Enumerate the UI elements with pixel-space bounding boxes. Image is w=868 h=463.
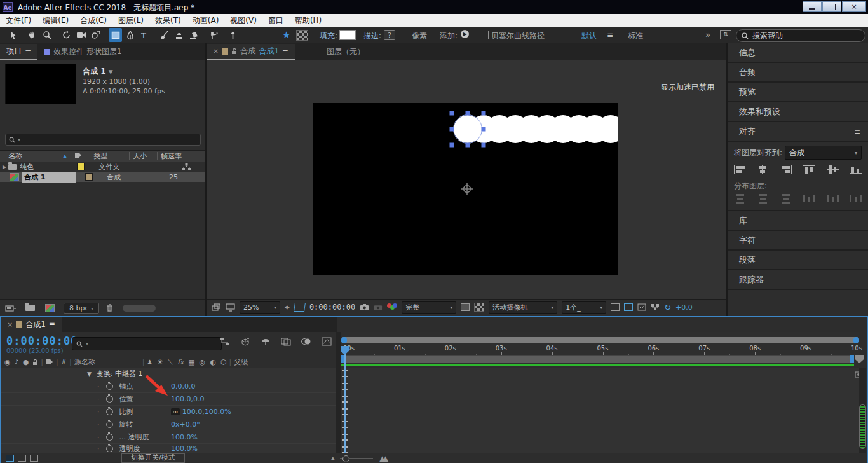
menu-文件(F)[interactable]: 文件(F) <box>0 15 37 27</box>
color-depth-button[interactable]: 8 bpc ▾ <box>64 303 99 314</box>
tab-effect-controls[interactable]: 效果控件 形状图层1 <box>37 44 128 60</box>
align-v-center-icon[interactable] <box>827 165 839 174</box>
timeline-vertical-scrollbar-thumb[interactable] <box>859 404 866 449</box>
item-name[interactable]: 合成 1 <box>22 172 76 183</box>
interpret-footage-icon[interactable] <box>5 304 17 312</box>
eraser-tool[interactable] <box>187 28 200 42</box>
resolution-dropdown[interactable]: 完整▾ <box>402 301 456 314</box>
menu-效果(T)[interactable]: 效果(T) <box>149 15 187 27</box>
align-left-icon[interactable] <box>734 165 746 174</box>
track-row[interactable] <box>341 444 859 453</box>
panel-header-段落[interactable]: 段落 <box>728 251 868 270</box>
exposure-value[interactable]: +0.0 <box>675 303 693 312</box>
selection-tool[interactable] <box>6 28 19 42</box>
panel-menu-icon[interactable]: ≡ <box>854 127 860 136</box>
link-icon[interactable]: ∞ <box>171 408 180 415</box>
stroke-value-box[interactable]: ? <box>384 30 395 40</box>
timeline-navigator-bar[interactable] <box>341 337 859 343</box>
type-tool[interactable]: T <box>138 28 151 42</box>
shy-icon[interactable] <box>261 337 271 346</box>
flowchart-icon[interactable] <box>651 303 660 311</box>
draft-3d-icon[interactable] <box>240 337 250 346</box>
tab-composition[interactable]: × 合成 合成1 ≡ <box>207 44 295 60</box>
tab-project[interactable]: 项目≡ <box>0 44 37 60</box>
align-right-icon[interactable] <box>780 165 792 174</box>
property-row-旋转[interactable]: ·旋转0x+0.0° <box>1 418 336 431</box>
menu-视图(V)[interactable]: 视图(V) <box>224 15 262 27</box>
track-row[interactable] <box>341 368 859 381</box>
bezier-checkbox[interactable] <box>480 31 489 39</box>
show-snapshot-icon[interactable] <box>374 303 383 311</box>
zoom-slider-knob[interactable] <box>342 455 349 462</box>
clone-stamp-tool[interactable] <box>172 28 186 42</box>
stopwatch-icon[interactable] <box>106 434 113 441</box>
panel-menu-icon[interactable]: ≡ <box>282 47 288 56</box>
menu-窗口[interactable]: 窗口 <box>262 15 289 27</box>
project-row-合成 1[interactable]: 合成 1合成25 <box>0 172 205 182</box>
rectangle-tool[interactable] <box>109 28 122 42</box>
align-top-icon[interactable] <box>803 165 815 174</box>
navigator-end-handle[interactable] <box>853 337 859 343</box>
property-value[interactable]: 0x+0.0° <box>171 420 200 429</box>
menu-编辑(E)[interactable]: 编辑(E) <box>37 15 74 27</box>
expand-layer-switches-icon[interactable] <box>6 455 14 462</box>
panel-menu-icon[interactable]: ≡ <box>25 47 31 56</box>
composition-canvas[interactable] <box>313 103 618 275</box>
frame-blend-icon[interactable] <box>281 337 291 346</box>
property-value[interactable]: 100.0% <box>171 445 198 453</box>
property-row-锚点[interactable]: ·锚点0.0,0.0 <box>1 380 336 393</box>
new-composition-icon[interactable] <box>45 304 55 312</box>
minimize-button[interactable] <box>803 1 822 12</box>
property-name[interactable]: 旋转 <box>119 420 133 429</box>
rotation-tool[interactable] <box>60 28 73 42</box>
safe-zones-icon[interactable]: ⌖ <box>285 302 290 313</box>
shy-switch-icon[interactable]: ♟ <box>147 359 153 366</box>
stopwatch-icon[interactable] <box>106 408 113 415</box>
fill-color-swatch[interactable] <box>339 30 356 40</box>
column-label-icon[interactable] <box>71 152 90 160</box>
shape-star-icon[interactable]: ★ <box>282 29 290 41</box>
panel-header-效果和预设[interactable]: 效果和预设 <box>728 102 868 122</box>
menu-帮助(H)[interactable]: 帮助(H) <box>289 15 327 27</box>
target-region-icon[interactable] <box>461 303 470 311</box>
restore-button[interactable] <box>822 1 841 12</box>
viewer-timecode[interactable]: 0:00:00:00 <box>309 303 355 312</box>
brush-tool[interactable] <box>158 28 171 42</box>
property-value[interactable]: 100.0% <box>171 433 198 441</box>
bezier-label[interactable]: 贝塞尔曲线路径 <box>491 31 545 41</box>
menu-动画(A)[interactable]: 动画(A) <box>187 15 225 27</box>
project-table-header[interactable]: 名称 ▲ 类型 大小 帧速率 <box>0 150 205 162</box>
property-row-比例[interactable]: ·比例∞ 100.0,100.0% <box>1 406 336 418</box>
adjustment-switch-icon[interactable]: ◐ <box>210 358 216 366</box>
workspace-default-tab[interactable]: 默认 <box>581 31 597 41</box>
zoom-out-mountain-icon[interactable]: ▲ <box>331 455 335 461</box>
property-row-透明度[interactable]: ·... 透明度100.0% <box>1 431 336 444</box>
track-row[interactable] <box>341 418 859 432</box>
roto-brush-tool[interactable] <box>207 28 220 42</box>
add-circle-icon[interactable]: ▶ <box>461 30 469 38</box>
motion-blur-switch-icon[interactable]: ◎ <box>200 358 206 366</box>
timeline-search-field[interactable]: ▾ <box>72 337 222 350</box>
mini-flowchart-icon[interactable] <box>220 337 230 346</box>
region-of-interest-icon[interactable] <box>294 303 306 312</box>
panel-header-字符[interactable]: 字符 <box>728 231 868 251</box>
item-name[interactable]: 纯色 <box>20 162 68 172</box>
puppet-pin-tool[interactable] <box>226 28 240 42</box>
work-area-end[interactable] <box>850 355 854 363</box>
navigator-start-handle[interactable] <box>341 337 347 343</box>
timeline-zoom-slider[interactable] <box>340 458 373 459</box>
collapse-switch-icon[interactable]: ☀ <box>157 358 163 366</box>
label-column-icon[interactable] <box>46 359 53 365</box>
property-name[interactable]: 锚点 <box>119 382 133 391</box>
group-row-transform-repeater[interactable]: ▼变换: 中继器 1 <box>1 368 336 380</box>
video-column-icon[interactable]: ◉ <box>4 358 11 366</box>
group-label[interactable]: 变换: 中继器 1 <box>97 369 143 378</box>
panel-header-跟踪器[interactable]: 跟踪器 <box>728 270 868 290</box>
zoom-in-mountain-icon[interactable]: ▲▲ <box>379 454 386 463</box>
parent-column[interactable]: 父级 <box>234 357 248 367</box>
stopwatch-icon[interactable] <box>106 383 113 390</box>
pan-behind-tool[interactable] <box>89 28 102 42</box>
project-item-name[interactable]: 合成 1 ▼ <box>83 66 165 77</box>
align-bottom-icon[interactable] <box>850 165 862 174</box>
align-to-dropdown[interactable]: 合成▾ <box>785 146 862 160</box>
